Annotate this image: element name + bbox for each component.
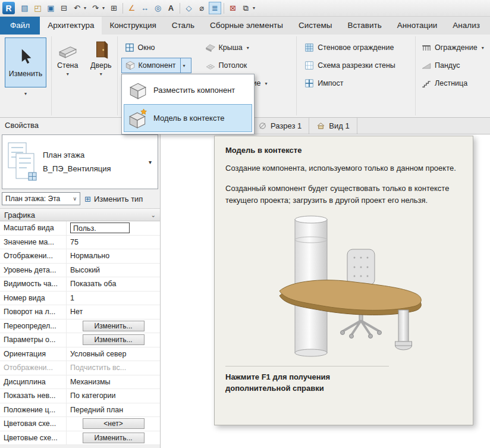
redo-icon[interactable]: [89, 2, 102, 14]
close-hidden-windows-icon[interactable]: [227, 2, 239, 14]
property-row-color-scheme: Цветовая схе... <нет>: [0, 417, 160, 431]
measure-icon[interactable]: [125, 2, 138, 14]
tab-analyze[interactable]: Анализ: [445, 17, 488, 35]
ramp-button[interactable]: Пандус: [418, 58, 463, 73]
modify-button[interactable]: Изменить: [5, 37, 46, 87]
toolbar-separator: [122, 3, 123, 14]
wall-button[interactable]: Стена ▾: [54, 37, 82, 117]
thin-lines-icon[interactable]: [209, 2, 221, 14]
graphic-display-options-button[interactable]: Изменить...: [83, 334, 145, 345]
view-tab-section1[interactable]: Разрез 1: [251, 118, 309, 134]
property-label: Цветовые схе...: [0, 431, 67, 445]
color-scheme-location-value[interactable]: Передний план: [67, 403, 160, 417]
type-selector[interactable]: План этажа В_ПЭ_Вентиляция ▾: [2, 134, 158, 189]
mullion-label: Импост: [318, 79, 343, 87]
element-filter-value: План этажа: Эта: [5, 195, 60, 203]
undo-dropdown-icon[interactable]: [84, 5, 89, 11]
floor-dropdown-icon[interactable]: ▾: [265, 81, 267, 86]
scale-value[interactable]: 75: [67, 236, 160, 249]
tab-file[interactable]: Файл: [0, 17, 40, 35]
tab-architecture[interactable]: Архитектура: [40, 17, 102, 35]
wall-dropdown-icon[interactable]: ▾: [67, 71, 69, 77]
window-button[interactable]: Окно: [121, 40, 158, 55]
tab-structure[interactable]: Конструкция: [102, 17, 164, 35]
properties-palette: Свойства План этажа В_ПЭ_Вентиляция ▾ Пл…: [0, 118, 161, 448]
tooltip-paragraph: Создание компонента, используемого тольк…: [225, 162, 462, 174]
railing-button[interactable]: Ограждение ▾: [418, 40, 487, 55]
tag-icon[interactable]: [152, 2, 164, 14]
curtain-grid-button[interactable]: Схема разрезки стены: [301, 58, 398, 73]
menu-item-place-component[interactable]: Разместить компонент: [124, 76, 252, 104]
section-icon[interactable]: [196, 2, 208, 14]
redo-dropdown-icon[interactable]: [102, 5, 107, 11]
open-folder-icon[interactable]: [32, 2, 44, 14]
aligned-dimension-icon[interactable]: [139, 2, 151, 14]
visibility-overrides-button[interactable]: Изменить...: [83, 321, 145, 331]
view-tab-3d1[interactable]: Вид 1: [309, 118, 357, 134]
undo-icon[interactable]: [71, 2, 83, 14]
ramp-icon: [421, 60, 432, 71]
app-menu-icon[interactable]: [18, 2, 31, 14]
print-icon[interactable]: [58, 2, 70, 14]
show-hidden-lines-value[interactable]: По категории: [67, 389, 160, 403]
display-model-value[interactable]: Нормально: [67, 249, 160, 263]
view-tab-label: Вид 1: [329, 121, 349, 130]
curtain-system-button[interactable]: Стеновое ограждение: [301, 40, 397, 55]
text-icon[interactable]: [165, 2, 177, 14]
roof-button[interactable]: Крыша ▾: [202, 40, 252, 55]
stair-button[interactable]: Лестница: [418, 76, 470, 91]
railing-label: Ограждение: [435, 43, 478, 52]
orientation-value[interactable]: Условный север: [67, 347, 160, 361]
menu-item-model-in-place[interactable]: Модель в контексте: [124, 104, 252, 132]
edit-type-label: Изменить тип: [94, 195, 143, 203]
type-category: План этажа: [43, 151, 111, 159]
parts-visibility-value[interactable]: Показать оба: [67, 277, 160, 291]
color-scheme-button[interactable]: <нет>: [83, 418, 145, 429]
plot-icon[interactable]: [108, 2, 120, 14]
component-button[interactable]: Компонент ▾: [121, 58, 191, 73]
section-collapse-icon[interactable]: ⌄: [151, 212, 156, 218]
graphics-section-header[interactable]: Графика ⌄: [0, 208, 160, 221]
property-row-graphic-options: Параметры о... Изменить...: [0, 333, 160, 347]
roof-dropdown-icon[interactable]: ▾: [247, 45, 249, 51]
tab-systems[interactable]: Системы: [291, 17, 340, 35]
roof-label: Крыша: [219, 43, 243, 52]
mullion-button[interactable]: Импост: [301, 76, 346, 91]
view-number-value[interactable]: 1: [67, 292, 160, 305]
tab-steel[interactable]: Сталь: [164, 17, 202, 35]
modify-dropdown-icon[interactable]: ▾: [0, 91, 51, 96]
tab-insert[interactable]: Вставить: [340, 17, 390, 35]
property-row-rotation: Поворот на л... Нет: [0, 305, 160, 319]
switch-windows-icon[interactable]: [240, 2, 252, 14]
house-view-icon: [316, 121, 325, 130]
property-row-show-hidden: Показать нев... По категории: [0, 389, 160, 403]
wall-label: Стена: [57, 61, 78, 70]
ceiling-button[interactable]: Потолок: [202, 58, 250, 73]
rotation-value[interactable]: Нет: [67, 305, 160, 319]
selected-type: План этажа В_ПЭ_Вентиляция: [43, 151, 111, 173]
customize-toolbar-icon[interactable]: [253, 5, 257, 11]
discipline-value[interactable]: Механизмы: [67, 375, 160, 389]
railing-dropdown-icon[interactable]: ▾: [482, 45, 484, 51]
door-dropdown-icon[interactable]: ▾: [100, 71, 102, 77]
tab-precast[interactable]: Сборные элементы: [202, 17, 291, 35]
revit-logo[interactable]: R: [2, 2, 15, 14]
type-selector-dropdown-icon[interactable]: ▾: [149, 159, 152, 165]
tab-annotate[interactable]: Аннотации: [390, 17, 445, 35]
system-color-schemes-button[interactable]: Изменить...: [83, 433, 145, 443]
revit-window: R Файл Архитектура Конструкция Сталь Сбо…: [0, 0, 490, 448]
ribbon-tab-bar: Файл Архитектура Конструкция Сталь Сборн…: [0, 17, 490, 35]
floor-plan-type-icon: [6, 140, 38, 183]
default-3d-view-icon[interactable]: [183, 2, 195, 14]
view-scale-input[interactable]: Польз.: [70, 223, 130, 233]
element-filter-combo[interactable]: План этажа: Эта ∨: [2, 192, 80, 205]
property-label: Дисциплина: [0, 375, 67, 389]
door-button[interactable]: Дверь ▾: [87, 37, 115, 117]
property-row-parts-visibility: Видимость ча... Показать оба: [0, 277, 160, 292]
detail-level-value[interactable]: Высокий: [67, 264, 160, 277]
property-row-detail-level: Уровень дета... Высокий: [0, 264, 160, 278]
save-icon[interactable]: [45, 2, 57, 14]
quick-access-toolbar: R: [0, 0, 490, 17]
component-dropdown-icon[interactable]: ▾: [180, 58, 188, 73]
edit-type-button[interactable]: ⊞ Изменить тип: [84, 195, 143, 203]
